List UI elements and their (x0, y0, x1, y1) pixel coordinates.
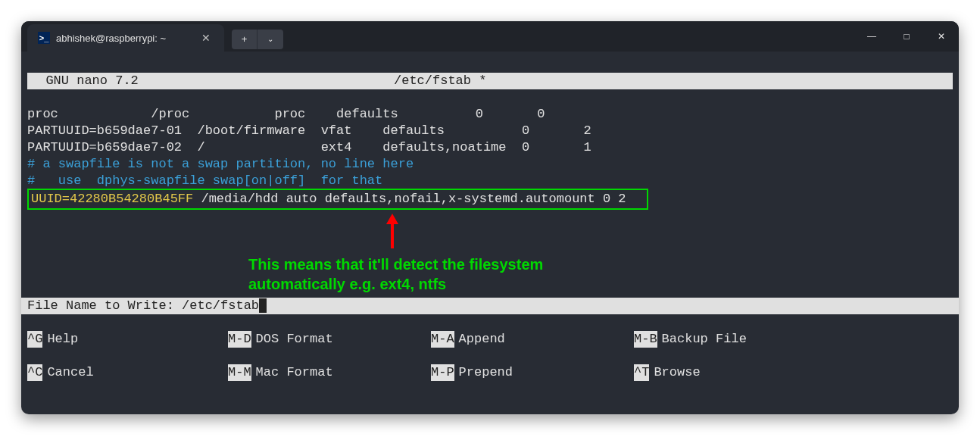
tab-dropdown-button[interactable]: ⌄ (257, 30, 283, 49)
shortcut-cancel: ^CCancel (27, 364, 228, 381)
fstab-line: PARTUUID=b659dae7-02 / ext4 defaults,noa… (27, 140, 591, 155)
highlighted-fstab-entry: UUID=42280B54280B45FF /media/hdd auto de… (27, 189, 648, 210)
nano-prompt[interactable]: File Name to Write: /etc/fstab (21, 298, 959, 314)
shortcut-help: ^GHelp (27, 331, 228, 348)
text-cursor (259, 298, 267, 313)
annotation-line: This means that it'll detect the filesys… (248, 254, 543, 274)
shortcut-row: ^CCancelM-MMac FormatM-PPrepend^TBrowse (27, 364, 953, 381)
shortcut-mac-format: M-MMac Format (228, 364, 431, 381)
fstab-line: proc /proc proc defaults 0 0 (27, 107, 545, 121)
tab-title: abhishek@raspberrypi: ~ (56, 33, 192, 44)
shortcut-label: Help (47, 331, 78, 348)
shortcut-label: Prepend (459, 364, 513, 381)
shortcut-key: ^C (27, 364, 42, 381)
shortcut-key: M-D (228, 331, 251, 348)
prompt-label: File Name to Write: (27, 298, 182, 313)
shortcut-key: M-M (228, 364, 251, 381)
shortcut-row: ^GHelpM-DDOS FormatM-AAppendM-BBackup Fi… (27, 331, 953, 348)
window-controls: — □ ✕ (854, 21, 959, 52)
tab-close-button[interactable]: ✕ (198, 32, 214, 44)
shortcut-label: Append (459, 331, 505, 348)
nano-file-label: /etc/fstab * (394, 73, 950, 89)
tab-active[interactable]: >_ abhishek@raspberrypi: ~ ✕ (27, 24, 224, 52)
titlebar: >_ abhishek@raspberrypi: ~ ✕ + ⌄ — □ ✕ (21, 21, 959, 52)
shortcut-label: Mac Format (256, 364, 333, 381)
tab-controls: + ⌄ (232, 21, 283, 52)
powershell-icon: >_ (38, 32, 50, 44)
new-tab-button[interactable]: + (232, 30, 257, 49)
fstab-entry-rest: /media/hdd auto defaults,nofail,x-system… (193, 192, 626, 206)
shortcut-key: ^T (634, 364, 649, 381)
shortcut-key: M-A (431, 331, 454, 348)
uuid-value: UUID=42280B54280B45FF (31, 192, 193, 206)
fstab-comment: # use dphys-swapfile swap[on|off] for th… (27, 173, 382, 188)
nano-header: GNU nano 7.2/etc/fstab * (27, 73, 953, 89)
window-close-button[interactable]: ✕ (924, 21, 959, 52)
shortcut-key: M-B (634, 331, 657, 348)
shortcut-browse: ^TBrowse (634, 364, 953, 381)
shortcut-label: Backup File (662, 331, 747, 348)
shortcut-key: ^G (27, 331, 42, 348)
fstab-comment: # a swapfile is not a swap partition, no… (27, 157, 414, 171)
shortcut-key: M-P (431, 364, 454, 381)
minimize-button[interactable]: — (854, 21, 889, 52)
nano-app-label: GNU nano 7.2 (30, 73, 394, 89)
shortcut-prepend: M-PPrepend (431, 364, 634, 381)
shortcut-dos-format: M-DDOS Format (228, 331, 431, 348)
prompt-value: /etc/fstab (182, 298, 259, 313)
fstab-line: PARTUUID=b659dae7-01 /boot/firmware vfat… (27, 123, 591, 138)
terminal-content[interactable]: GNU nano 7.2/etc/fstab * proc /proc proc… (21, 52, 959, 226)
shortcut-label: Browse (654, 364, 700, 381)
shortcut-append: M-AAppend (431, 331, 634, 348)
shortcut-label: DOS Format (256, 331, 333, 348)
nano-footer: File Name to Write: /etc/fstab ^GHelpM-D… (27, 281, 953, 414)
terminal-window: >_ abhishek@raspberrypi: ~ ✕ + ⌄ — □ ✕ G… (21, 21, 959, 414)
shortcut-backup: M-BBackup File (634, 331, 953, 348)
maximize-button[interactable]: □ (889, 21, 924, 52)
shortcut-label: Cancel (47, 364, 93, 381)
